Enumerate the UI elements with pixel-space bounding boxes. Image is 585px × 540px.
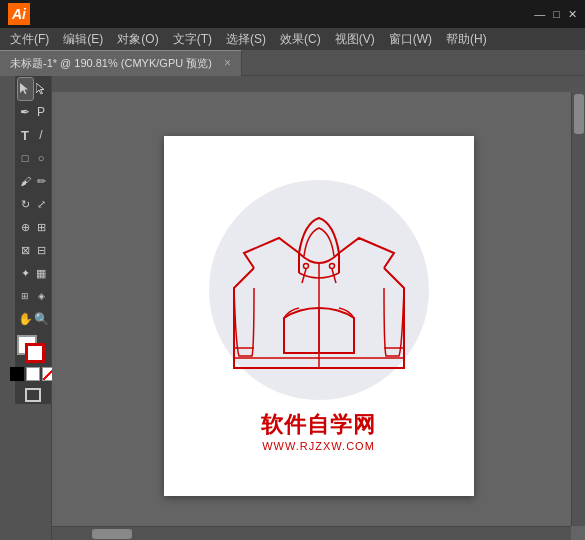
menu-help[interactable]: 帮助(H) <box>440 29 493 50</box>
type-tool[interactable]: T <box>18 124 33 146</box>
color-boxes <box>10 335 56 381</box>
menu-file[interactable]: 文件(F) <box>4 29 55 50</box>
type-tools: T / <box>18 124 49 146</box>
menu-object[interactable]: 对象(O) <box>111 29 164 50</box>
brush-tools: 🖌 ✏ <box>18 170 49 192</box>
artboard: 软件自学网 WWW.RJZXW.COM <box>164 136 474 496</box>
ellipse-tool[interactable]: ○ <box>34 147 49 169</box>
menu-text[interactable]: 文字(T) <box>167 29 218 50</box>
zoom-tool[interactable]: 🔍 <box>34 308 49 330</box>
menu-edit[interactable]: 编辑(E) <box>57 29 109 50</box>
toolbox: ✒ P T / □ ○ 🖌 ✏ <box>15 76 51 404</box>
svg-point-7 <box>303 263 308 268</box>
tools-ruler-area: ✒ P T / □ ○ 🖌 ✏ <box>0 76 51 404</box>
scroll-thumb-vertical[interactable] <box>574 94 584 134</box>
color-row <box>10 367 56 381</box>
fill-stroke-indicator[interactable] <box>17 335 49 365</box>
selection-tool[interactable] <box>18 78 33 100</box>
hoodie-illustration <box>224 198 414 383</box>
shape-tools: □ ○ <box>18 147 49 169</box>
artboard-mode <box>25 388 41 402</box>
scroll-thumb-horizontal[interactable] <box>92 529 132 539</box>
svg-marker-1 <box>36 83 44 94</box>
symbol-tool[interactable]: ✦ <box>18 262 33 284</box>
tab-bar: 未标题-1* @ 190.81% (CMYK/GPU 预览) × <box>0 50 585 76</box>
tab-label: 未标题-1* @ 190.81% (CMYK/GPU 预览) <box>10 56 212 71</box>
warp-tools: ⊕ ⊞ <box>18 216 49 238</box>
slice-tool[interactable]: ◈ <box>34 285 49 307</box>
artboard-tool[interactable]: ⊞ <box>18 285 33 307</box>
title-bar: Ai — □ ✕ <box>0 0 585 28</box>
view-tools: ✋ 🔍 <box>18 308 49 330</box>
tab-active[interactable]: 未标题-1* @ 190.81% (CMYK/GPU 预览) × <box>0 50 242 76</box>
white-swatch[interactable] <box>26 367 40 381</box>
menu-bar: 文件(F) 编辑(E) 对象(O) 文字(T) 选择(S) 效果(C) 视图(V… <box>0 28 585 50</box>
warp-tool[interactable]: ⊕ <box>18 216 33 238</box>
pencil-tool[interactable]: ✏ <box>34 170 49 192</box>
pen-tool[interactable]: ✒ <box>18 101 33 123</box>
line-tool[interactable]: / <box>34 124 49 146</box>
paintbrush-tool[interactable]: 🖌 <box>18 170 33 192</box>
menu-window[interactable]: 窗口(W) <box>383 29 438 50</box>
scrollbar-vertical[interactable] <box>571 92 585 526</box>
menu-effects[interactable]: 效果(C) <box>274 29 327 50</box>
brand-url: WWW.RJZXW.COM <box>261 440 376 452</box>
transform-tools: ↻ ⤢ <box>18 193 49 215</box>
window-controls: — □ ✕ <box>534 8 577 21</box>
svg-marker-0 <box>20 83 28 94</box>
main-layout: ✒ P T / □ ○ 🖌 ✏ <box>0 76 585 540</box>
selection-tools <box>18 78 49 100</box>
direct-selection-tool[interactable] <box>34 78 49 100</box>
rectangle-tool[interactable]: □ <box>18 147 33 169</box>
curvature-tool[interactable]: P <box>34 101 49 123</box>
circle-background <box>209 180 429 400</box>
brand-area: 软件自学网 WWW.RJZXW.COM <box>261 410 376 452</box>
hand-tool[interactable]: ✋ <box>18 308 33 330</box>
builder-tools: ⊠ ⊟ <box>18 239 49 261</box>
app-logo: Ai <box>8 3 30 25</box>
symbol-tools: ✦ ▦ <box>18 262 49 284</box>
normal-mode[interactable] <box>25 388 41 402</box>
toolbox-area: ✒ P T / □ ○ 🖌 ✏ <box>0 76 52 540</box>
pen-tools: ✒ P <box>18 101 49 123</box>
menu-select[interactable]: 选择(S) <box>220 29 272 50</box>
free-transform[interactable]: ⊞ <box>34 216 49 238</box>
stroke-color-box[interactable] <box>25 343 45 363</box>
artboard-tools: ⊞ ◈ <box>18 285 49 307</box>
tab-close-button[interactable]: × <box>224 56 231 70</box>
perspective-tool[interactable]: ⊟ <box>34 239 49 261</box>
graph-tool[interactable]: ▦ <box>34 262 49 284</box>
canvas-workspace[interactable]: 软件自学网 WWW.RJZXW.COM <box>52 92 585 540</box>
shape-builder-tool[interactable]: ⊠ <box>18 239 33 261</box>
menu-view[interactable]: 视图(V) <box>329 29 381 50</box>
svg-point-8 <box>329 263 334 268</box>
black-swatch[interactable] <box>10 367 24 381</box>
brand-name: 软件自学网 <box>261 410 376 440</box>
scrollbar-horizontal[interactable] <box>52 526 571 540</box>
rotate-tool[interactable]: ↻ <box>18 193 33 215</box>
ruler-horizontal <box>52 76 585 92</box>
scale-tool[interactable]: ⤢ <box>34 193 49 215</box>
canvas-area: 软件自学网 WWW.RJZXW.COM <box>52 76 585 540</box>
